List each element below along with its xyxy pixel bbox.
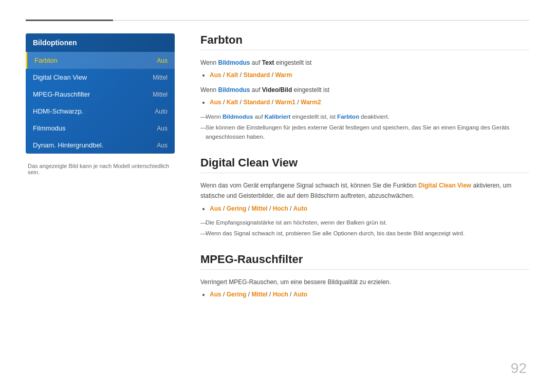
dcv-note2: Wenn das Signal schwach ist, probieren S… (200, 229, 529, 238)
menu-value-mpeg: Mittel (153, 91, 168, 98)
dcv-link: Digital Clean View (418, 182, 471, 189)
mpeg-text1: Verringert MPEG-Rauschen, um eine besser… (200, 277, 529, 287)
right-content: Farbton Wenn Bildmodus auf Text eingeste… (200, 33, 529, 314)
farbton-note1: Wenn Bildmodus auf Kalibriert eingestell… (200, 112, 529, 121)
farbton-options1-list: Aus / Kalt / Standard / Warm (200, 70, 529, 80)
menu-label-dcv: Digital Clean View (33, 73, 87, 81)
left-panel: Bildoptionen Farbton Aus Digital Clean V… (26, 33, 175, 175)
farbton-options1: Aus / Kalt / Standard / Warm (210, 70, 529, 80)
farbton-text1: Wenn Bildmodus auf Text eingestellt ist (200, 58, 529, 68)
line-dark (26, 20, 113, 21)
dcv-text1: Wenn das vom Gerät empfangene Signal sch… (200, 180, 529, 201)
farbton-text2: Wenn Bildmodus auf Video/Bild eingestell… (200, 85, 529, 95)
menu-item-digital-clean-view[interactable]: Digital Clean View Mittel (26, 69, 175, 86)
mpeg-options-list: Aus / Gering / Mittel / Hoch / Auto (200, 289, 529, 300)
farbton-options1-text: Aus / Kalt / Standard / Warm (210, 71, 292, 79)
line-light (113, 20, 529, 21)
menu-label-hdmi: HDMI-Schwarzp. (33, 107, 83, 115)
bildoptionen-menu: Bildoptionen Farbton Aus Digital Clean V… (26, 33, 175, 154)
section-title-dcv: Digital Clean View (200, 156, 529, 173)
bildoptionen-title: Bildoptionen (26, 33, 175, 52)
menu-label-mpeg: MPEG-Rauschfilter (33, 90, 90, 98)
left-panel-note: Das angezeigte Bild kann je nach Modell … (26, 163, 175, 175)
menu-item-mpeg[interactable]: MPEG-Rauschfilter Mittel (26, 86, 175, 103)
section-farbton: Farbton Wenn Bildmodus auf Text eingeste… (200, 33, 529, 142)
mpeg-options-text: Aus / Gering / Mittel / Hoch / Auto (210, 291, 307, 298)
menu-label-farbton: Farbton (34, 57, 58, 64)
menu-item-hdmi[interactable]: HDMI-Schwarzp. Auto (26, 103, 175, 120)
farbton-note2: Sie können die Einstellungen für jedes e… (200, 123, 529, 142)
menu-value-filmmodus: Aus (157, 125, 168, 132)
section-body-farbton: Wenn Bildmodus auf Text eingestellt ist … (200, 58, 529, 142)
menu-item-farbton[interactable]: Farbton Aus (26, 52, 175, 69)
farbton-bildmodus2: Bildmodus (218, 86, 250, 94)
dcv-options: Aus / Gering / Mittel / Hoch / Auto (210, 203, 529, 214)
section-body-mpeg: Verringert MPEG-Rauschen, um eine besser… (200, 277, 529, 300)
section-dcv: Digital Clean View Wenn das vom Gerät em… (200, 156, 529, 238)
section-title-mpeg: MPEG-Rauschfilter (200, 253, 529, 270)
menu-item-dynam[interactable]: Dynam. Hintergrundbel. Aus (26, 137, 175, 154)
menu-label-dynam: Dynam. Hintergrundbel. (33, 141, 103, 149)
mpeg-options: Aus / Gering / Mittel / Hoch / Auto (210, 289, 529, 300)
dcv-note1: Die Empfangssignalstärke ist am höchsten… (200, 218, 529, 227)
section-title-farbton: Farbton (200, 33, 529, 50)
page-number: 92 (511, 360, 527, 377)
top-decoration (26, 20, 529, 21)
section-body-dcv: Wenn das vom Gerät empfangene Signal sch… (200, 180, 529, 238)
farbton-text-mode: Text (262, 59, 274, 66)
menu-value-dynam: Aus (157, 142, 168, 149)
menu-value-dcv: Mittel (153, 74, 168, 81)
farbton-options2: Aus / Kalt / Standard / Warm1 / Warm2 (210, 97, 529, 107)
farbton-options2-text: Aus / Kalt / Standard / Warm1 / Warm2 (210, 99, 321, 106)
section-mpeg: MPEG-Rauschfilter Verringert MPEG-Rausch… (200, 253, 529, 300)
farbton-bildmodus1: Bildmodus (218, 59, 250, 66)
menu-value-farbton: Aus (157, 57, 168, 64)
farbton-options2-list: Aus / Kalt / Standard / Warm1 / Warm2 (200, 97, 529, 107)
farbton-video-bild: Video/Bild (262, 86, 292, 94)
dcv-options-text: Aus / Gering / Mittel / Hoch / Auto (210, 205, 307, 212)
menu-value-hdmi: Auto (155, 108, 168, 115)
dcv-options-list: Aus / Gering / Mittel / Hoch / Auto (200, 203, 529, 214)
menu-item-filmmodus[interactable]: Filmmodus Aus (26, 120, 175, 137)
menu-label-filmmodus: Filmmodus (33, 124, 66, 132)
